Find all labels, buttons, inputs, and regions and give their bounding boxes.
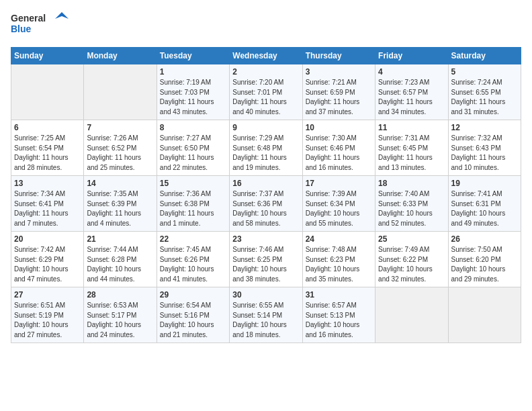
calendar-cell: 15Sunrise: 7:36 AM Sunset: 6:38 PM Dayli… — [157, 176, 229, 232]
day-number: 28 — [87, 290, 153, 300]
day-info: Sunrise: 7:50 AM Sunset: 6:20 PM Dayligh… — [451, 245, 518, 284]
day-info: Sunrise: 7:25 AM Sunset: 6:54 PM Dayligh… — [14, 134, 81, 173]
calendar-cell: 31Sunrise: 6:57 AM Sunset: 5:13 PM Dayli… — [302, 287, 375, 343]
calendar-cell: 3Sunrise: 7:21 AM Sunset: 6:59 PM Daylig… — [302, 64, 375, 120]
day-info: Sunrise: 7:36 AM Sunset: 6:38 PM Dayligh… — [160, 189, 226, 228]
calendar-header: SundayMondayTuesdayWednesdayThursdayFrid… — [11, 48, 521, 64]
day-number: 27 — [14, 290, 81, 300]
day-number: 18 — [378, 179, 445, 188]
calendar-cell: 10Sunrise: 7:30 AM Sunset: 6:46 PM Dayli… — [302, 120, 375, 176]
calendar-cell — [84, 64, 157, 120]
calendar-cell: 22Sunrise: 7:45 AM Sunset: 6:26 PM Dayli… — [157, 232, 229, 287]
day-number: 11 — [378, 123, 445, 132]
header-cell-saturday: Saturday — [448, 48, 521, 64]
calendar-cell: 7Sunrise: 7:26 AM Sunset: 6:52 PM Daylig… — [84, 120, 157, 176]
day-info: Sunrise: 6:53 AM Sunset: 5:17 PM Dayligh… — [87, 301, 153, 340]
day-number: 23 — [232, 234, 299, 244]
day-number: 17 — [306, 179, 372, 188]
day-number: 12 — [451, 123, 518, 132]
calendar-cell: 12Sunrise: 7:32 AM Sunset: 6:43 PM Dayli… — [448, 120, 521, 176]
day-info: Sunrise: 6:57 AM Sunset: 5:13 PM Dayligh… — [306, 301, 372, 340]
week-row-2: 6Sunrise: 7:25 AM Sunset: 6:54 PM Daylig… — [11, 120, 521, 176]
day-number: 1 — [160, 67, 226, 77]
calendar-cell — [375, 287, 448, 343]
svg-marker-2 — [55, 12, 69, 19]
calendar-cell: 20Sunrise: 7:42 AM Sunset: 6:29 PM Dayli… — [11, 232, 84, 287]
day-number: 7 — [87, 123, 153, 132]
calendar-table: SundayMondayTuesdayWednesdayThursdayFrid… — [11, 47, 521, 343]
day-number: 6 — [14, 123, 81, 132]
day-info: Sunrise: 7:20 AM Sunset: 7:01 PM Dayligh… — [232, 78, 299, 117]
day-number: 21 — [87, 234, 153, 244]
header-cell-wednesday: Wednesday — [230, 48, 302, 64]
calendar-cell: 11Sunrise: 7:31 AM Sunset: 6:45 PM Dayli… — [375, 120, 448, 176]
logo-svg: General Blue — [11, 11, 71, 39]
day-number: 22 — [160, 234, 226, 244]
svg-text:General: General — [11, 13, 46, 24]
day-number: 4 — [378, 67, 445, 77]
day-number: 2 — [232, 67, 299, 77]
day-number: 19 — [451, 179, 518, 188]
calendar-cell: 5Sunrise: 7:24 AM Sunset: 6:55 PM Daylig… — [448, 64, 521, 120]
day-number: 15 — [160, 179, 226, 188]
day-info: Sunrise: 6:54 AM Sunset: 5:16 PM Dayligh… — [160, 301, 226, 340]
day-info: Sunrise: 7:41 AM Sunset: 6:31 PM Dayligh… — [451, 189, 518, 228]
calendar-cell: 27Sunrise: 6:51 AM Sunset: 5:19 PM Dayli… — [11, 287, 84, 343]
day-info: Sunrise: 7:42 AM Sunset: 6:29 PM Dayligh… — [14, 245, 81, 284]
header-cell-monday: Monday — [84, 48, 157, 64]
header-row: SundayMondayTuesdayWednesdayThursdayFrid… — [11, 48, 521, 64]
day-info: Sunrise: 7:21 AM Sunset: 6:59 PM Dayligh… — [306, 78, 372, 117]
week-row-1: 1Sunrise: 7:19 AM Sunset: 7:03 PM Daylig… — [11, 64, 521, 120]
day-number: 30 — [232, 290, 299, 300]
calendar-cell: 4Sunrise: 7:23 AM Sunset: 6:57 PM Daylig… — [375, 64, 448, 120]
day-number: 24 — [306, 234, 372, 244]
day-info: Sunrise: 7:35 AM Sunset: 6:39 PM Dayligh… — [87, 189, 153, 228]
header-cell-sunday: Sunday — [11, 48, 84, 64]
day-info: Sunrise: 7:40 AM Sunset: 6:33 PM Dayligh… — [378, 189, 445, 228]
day-number: 20 — [14, 234, 81, 244]
day-info: Sunrise: 7:27 AM Sunset: 6:50 PM Dayligh… — [160, 134, 226, 173]
day-info: Sunrise: 7:24 AM Sunset: 6:55 PM Dayligh… — [451, 78, 518, 117]
calendar-cell: 24Sunrise: 7:48 AM Sunset: 6:23 PM Dayli… — [302, 232, 375, 287]
calendar-cell — [11, 64, 84, 120]
svg-text:Blue: Blue — [11, 24, 32, 34]
day-number: 29 — [160, 290, 226, 300]
day-number: 13 — [14, 179, 81, 188]
day-info: Sunrise: 7:30 AM Sunset: 6:46 PM Dayligh… — [306, 134, 372, 173]
calendar-cell: 30Sunrise: 6:55 AM Sunset: 5:14 PM Dayli… — [230, 287, 302, 343]
calendar-cell: 2Sunrise: 7:20 AM Sunset: 7:01 PM Daylig… — [230, 64, 302, 120]
day-info: Sunrise: 7:49 AM Sunset: 6:22 PM Dayligh… — [378, 245, 445, 284]
day-number: 26 — [451, 234, 518, 244]
calendar-cell: 17Sunrise: 7:39 AM Sunset: 6:34 PM Dayli… — [302, 176, 375, 232]
calendar-cell: 13Sunrise: 7:34 AM Sunset: 6:41 PM Dayli… — [11, 176, 84, 232]
day-info: Sunrise: 7:46 AM Sunset: 6:25 PM Dayligh… — [232, 245, 299, 284]
calendar-cell: 29Sunrise: 6:54 AM Sunset: 5:16 PM Dayli… — [157, 287, 229, 343]
calendar-cell: 21Sunrise: 7:44 AM Sunset: 6:28 PM Dayli… — [84, 232, 157, 287]
day-info: Sunrise: 7:29 AM Sunset: 6:48 PM Dayligh… — [232, 134, 299, 173]
calendar-cell: 6Sunrise: 7:25 AM Sunset: 6:54 PM Daylig… — [11, 120, 84, 176]
day-number: 16 — [232, 179, 299, 188]
calendar-cell: 1Sunrise: 7:19 AM Sunset: 7:03 PM Daylig… — [157, 64, 229, 120]
calendar-cell: 28Sunrise: 6:53 AM Sunset: 5:17 PM Dayli… — [84, 287, 157, 343]
calendar-cell: 9Sunrise: 7:29 AM Sunset: 6:48 PM Daylig… — [230, 120, 302, 176]
calendar-cell — [448, 287, 521, 343]
page-header: General Blue — [11, 11, 521, 39]
day-number: 14 — [87, 179, 153, 188]
day-number: 10 — [306, 123, 372, 132]
header-cell-friday: Friday — [375, 48, 448, 64]
header-cell-thursday: Thursday — [302, 48, 375, 64]
header-cell-tuesday: Tuesday — [157, 48, 229, 64]
calendar-cell: 26Sunrise: 7:50 AM Sunset: 6:20 PM Dayli… — [448, 232, 521, 287]
day-number: 8 — [160, 123, 226, 132]
day-info: Sunrise: 7:48 AM Sunset: 6:23 PM Dayligh… — [306, 245, 372, 284]
day-info: Sunrise: 7:23 AM Sunset: 6:57 PM Dayligh… — [378, 78, 445, 117]
calendar-cell: 19Sunrise: 7:41 AM Sunset: 6:31 PM Dayli… — [448, 176, 521, 232]
day-info: Sunrise: 7:34 AM Sunset: 6:41 PM Dayligh… — [14, 189, 81, 228]
day-number: 3 — [306, 67, 372, 77]
week-row-5: 27Sunrise: 6:51 AM Sunset: 5:19 PM Dayli… — [11, 287, 521, 343]
day-info: Sunrise: 7:44 AM Sunset: 6:28 PM Dayligh… — [87, 245, 153, 284]
week-row-4: 20Sunrise: 7:42 AM Sunset: 6:29 PM Dayli… — [11, 232, 521, 287]
day-info: Sunrise: 6:51 AM Sunset: 5:19 PM Dayligh… — [14, 301, 81, 340]
logo: General Blue — [11, 11, 71, 39]
day-info: Sunrise: 7:45 AM Sunset: 6:26 PM Dayligh… — [160, 245, 226, 284]
